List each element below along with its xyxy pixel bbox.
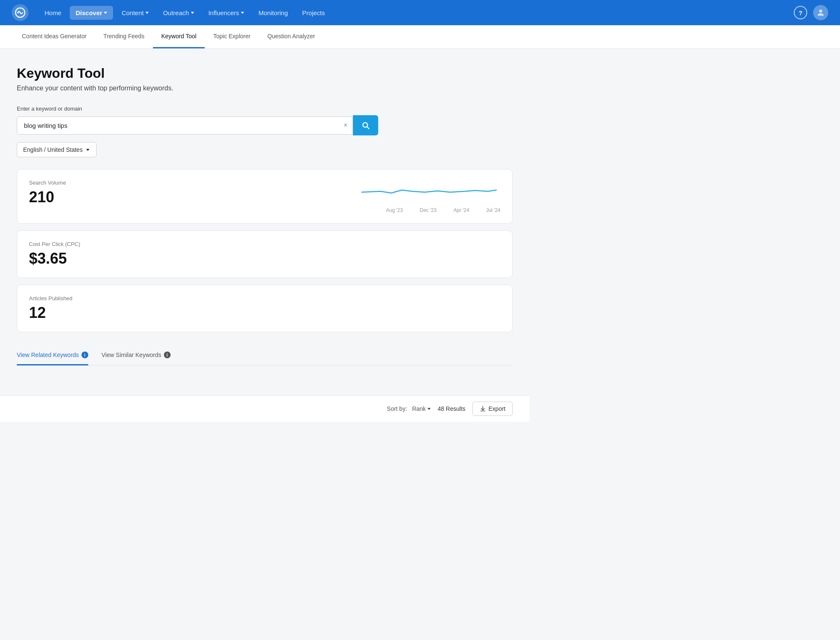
sort-value: Rank [412,405,426,412]
chart-labels: Aug '23 Dec '23 Apr '24 Jul '24 [386,207,500,213]
nav-influencers[interactable]: Influencers [203,6,250,20]
content-dropdown-icon [145,12,149,14]
cpc-value: $3.65 [29,250,500,267]
trend-chart [358,180,500,205]
main-content: Keyword Tool Enhance your content with t… [0,49,529,391]
language-dropdown[interactable]: English / United States [17,142,97,157]
articles-value: 12 [29,304,500,322]
tab-related-keywords[interactable]: View Related Keywords i [17,346,88,365]
search-volume-value: 210 [29,188,66,206]
related-info-icon: i [82,352,88,358]
cpc-card: Cost Per Click (CPC) $3.65 [17,230,513,278]
outreach-dropdown-icon [191,12,194,14]
search-volume-chart: Aug '23 Dec '23 Apr '24 Jul '24 [358,180,500,213]
cpc-label: Cost Per Click (CPC) [29,241,500,247]
tab-question-analyzer[interactable]: Question Analyzer [259,25,324,48]
avatar[interactable] [813,5,828,20]
tab-trending-feeds[interactable]: Trending Feeds [95,25,153,48]
keyword-tabs: View Related Keywords i View Similar Key… [17,346,513,366]
nav-content[interactable]: Content [116,6,155,20]
nav-monitoring[interactable]: Monitoring [253,6,294,20]
tab-topic-explorer[interactable]: Topic Explorer [205,25,259,48]
footer-toolbar: Sort by: Rank 48 Results Export [0,395,529,422]
search-button[interactable] [353,115,378,135]
nav-discover[interactable]: Discover [70,6,113,20]
search-volume-card: Search Volume 210 Aug '23 Dec '23 Apr '2… [17,169,513,224]
search-volume-label: Search Volume [29,180,66,186]
sort-label: Sort by: Rank [387,405,431,412]
sub-nav: Content Ideas Generator Trending Feeds K… [0,25,840,49]
nav-projects[interactable]: Projects [296,6,331,20]
tab-keyword-tool[interactable]: Keyword Tool [153,25,205,48]
search-input-wrap: × [17,116,353,135]
language-label: English / United States [23,146,83,153]
articles-card: Articles Published 12 [17,285,513,332]
search-input[interactable] [17,117,339,134]
sort-chevron-icon [427,408,431,410]
download-icon [479,405,486,412]
articles-label: Articles Published [29,295,500,301]
page-title: Keyword Tool [17,66,513,81]
influencers-dropdown-icon [241,12,244,14]
search-row: × [17,115,378,135]
results-count: 48 Results [437,405,465,412]
input-label: Enter a keyword or domain [17,106,513,112]
discover-dropdown-icon [104,12,107,14]
export-button[interactable]: Export [472,402,513,416]
nav-home[interactable]: Home [39,6,67,20]
similar-info-icon: i [164,352,171,358]
search-icon [361,121,370,130]
search-clear-button[interactable]: × [339,118,353,132]
svg-point-1 [17,12,19,13]
top-nav: Home Discover Content Outreach Influence… [0,0,840,25]
nav-outreach[interactable]: Outreach [157,6,200,20]
language-dropdown-icon [86,149,90,151]
tab-similar-keywords[interactable]: View Similar Keywords i [102,346,171,365]
logo[interactable] [12,4,29,21]
page-subtitle: Enhance your content with top performing… [17,85,513,92]
tab-content-ideas[interactable]: Content Ideas Generator [13,25,95,48]
help-button[interactable]: ? [794,6,807,19]
svg-point-2 [819,10,822,13]
